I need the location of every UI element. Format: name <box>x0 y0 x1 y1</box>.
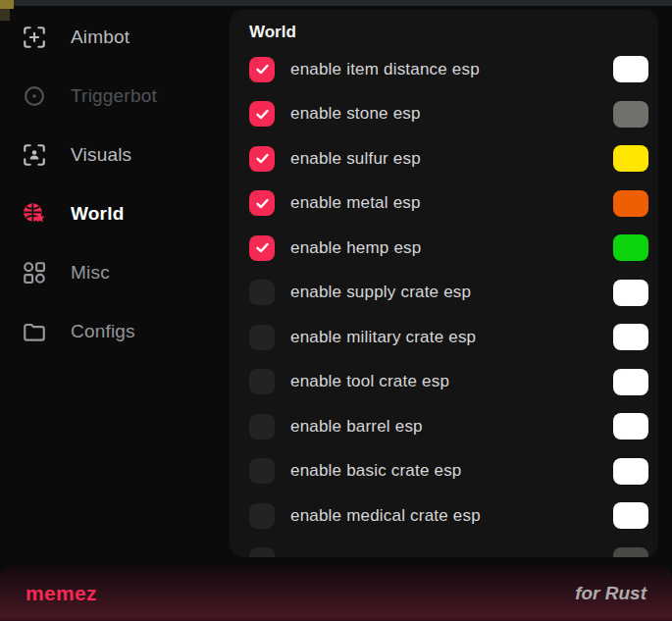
esp-color-swatch[interactable] <box>613 324 648 350</box>
esp-checkbox[interactable] <box>249 190 275 216</box>
esp-toggle-row-partial <box>249 539 648 558</box>
esp-toggle-row: enable basic crate esp <box>249 449 648 494</box>
esp-toggle-label: enable hemp esp <box>290 238 597 258</box>
esp-checkbox[interactable] <box>249 547 275 557</box>
sidebar-item-triggerbot[interactable]: Triggerbot <box>0 67 230 126</box>
triggerbot-icon <box>22 83 47 109</box>
esp-checkbox[interactable] <box>249 369 275 394</box>
esp-checkbox[interactable] <box>249 57 275 82</box>
esp-color-swatch[interactable] <box>613 413 648 440</box>
sidebar-item-visuals[interactable]: Visuals <box>0 126 230 184</box>
esp-checkbox[interactable] <box>249 458 275 484</box>
sidebar: Aimbot Triggerbot Visuals World Misc <box>0 8 230 557</box>
sidebar-item-label: Visuals <box>71 144 131 166</box>
aimbot-icon <box>22 25 47 50</box>
sidebar-item-label: Misc <box>71 262 110 284</box>
check-icon <box>254 61 271 78</box>
esp-checkbox[interactable] <box>249 280 275 305</box>
sidebar-item-aimbot[interactable]: Aimbot <box>0 8 230 67</box>
world-settings-panel: World enable item distance esp enable st… <box>230 10 658 557</box>
sidebar-item-misc[interactable]: Misc <box>0 243 230 302</box>
misc-icon <box>22 260 47 285</box>
brand-name: memez <box>26 582 97 605</box>
footer-tagline: for Rust <box>575 583 646 604</box>
esp-color-swatch[interactable] <box>613 101 648 128</box>
esp-toggle-row: enable hemp esp <box>249 226 648 271</box>
esp-toggle-row: enable barrel esp <box>249 404 648 449</box>
esp-toggle-label: enable supply crate esp <box>290 283 597 302</box>
sidebar-item-configs[interactable]: Configs <box>0 302 230 361</box>
esp-color-swatch[interactable] <box>613 547 648 557</box>
configs-icon <box>22 319 47 344</box>
esp-color-swatch[interactable] <box>613 190 648 217</box>
esp-toggle-list: enable item distance esp enable stone es… <box>249 47 648 557</box>
esp-toggle-row: enable medical crate esp <box>249 493 648 539</box>
sidebar-item-label: Configs <box>71 321 135 342</box>
esp-toggle-row: enable supply crate esp <box>249 271 648 316</box>
sidebar-item-label: World <box>71 203 124 225</box>
visuals-icon <box>22 142 47 168</box>
footer-bar: memez for Rust <box>0 565 672 621</box>
esp-toggle-row: enable stone esp <box>249 92 648 137</box>
esp-checkbox[interactable] <box>249 146 275 172</box>
esp-color-swatch[interactable] <box>613 145 648 172</box>
esp-color-swatch[interactable] <box>613 56 648 82</box>
check-icon <box>254 239 271 256</box>
esp-color-swatch[interactable] <box>613 458 648 485</box>
esp-toggle-label: enable basic crate esp <box>290 461 597 481</box>
esp-toggle-row: enable military crate esp <box>249 315 648 360</box>
panel-title: World <box>249 22 648 43</box>
esp-toggle-label: enable military crate esp <box>290 328 597 347</box>
esp-checkbox[interactable] <box>249 325 275 350</box>
esp-toggle-row: enable item distance esp <box>249 47 648 92</box>
game-background-strip <box>0 0 672 6</box>
esp-color-swatch[interactable] <box>613 369 648 395</box>
esp-toggle-label: enable sulfur esp <box>290 149 597 169</box>
check-icon <box>254 106 271 123</box>
esp-color-swatch[interactable] <box>613 502 648 529</box>
esp-toggle-label: enable tool crate esp <box>290 372 597 391</box>
esp-checkbox[interactable] <box>249 101 275 127</box>
check-icon <box>254 150 271 167</box>
world-icon <box>22 201 47 227</box>
esp-toggle-row: enable tool crate esp <box>249 360 648 405</box>
sidebar-item-label: Triggerbot <box>71 85 157 107</box>
check-icon <box>254 195 271 212</box>
esp-toggle-label: enable medical crate esp <box>290 506 597 526</box>
esp-color-swatch[interactable] <box>613 280 648 306</box>
esp-color-swatch[interactable] <box>613 234 648 261</box>
esp-toggle-row: enable sulfur esp <box>249 136 648 181</box>
esp-checkbox[interactable] <box>249 414 275 440</box>
esp-toggle-label: enable item distance esp <box>290 60 597 79</box>
esp-toggle-label: enable metal esp <box>290 193 597 213</box>
esp-checkbox[interactable] <box>249 503 275 529</box>
sidebar-item-label: Aimbot <box>71 26 129 48</box>
esp-toggle-label: enable barrel esp <box>290 417 597 437</box>
esp-toggle-label: enable stone esp <box>290 104 597 124</box>
sidebar-item-world[interactable]: World <box>0 184 230 243</box>
esp-checkbox[interactable] <box>249 235 275 261</box>
esp-toggle-row: enable metal esp <box>249 181 648 227</box>
